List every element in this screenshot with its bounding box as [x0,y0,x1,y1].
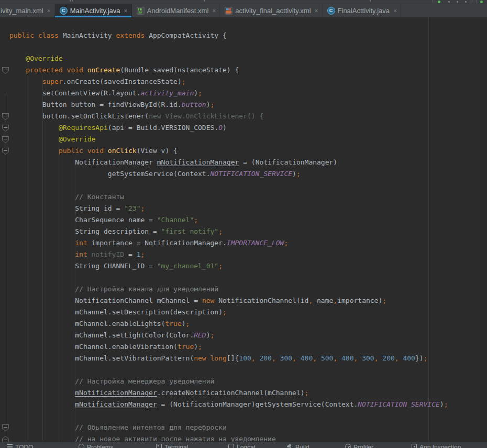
gutter [0,17,9,442]
code-line[interactable]: @RequiresApi(api = Build.VERSION_CODES.O… [0,122,487,134]
code-line[interactable]: String CHANNEL_ID = "my_channel_01"; [0,260,487,272]
code-line[interactable] [0,364,487,376]
code-line[interactable]: // Константы [0,191,487,203]
code-line[interactable]: NotificationChannel mChannel = new Notif… [0,295,487,307]
terminal-icon [156,444,162,448]
code-line[interactable]: public void onClick(View v) { [0,145,487,157]
code-line[interactable] [0,41,487,53]
close-tab-icon[interactable] [47,8,51,14]
code-line[interactable]: @Override [0,53,487,64]
tool-window-button-terminal[interactable]: Terminal [156,444,188,448]
code-token: (api = Build.VERSION_CODES. [108,124,218,132]
close-tab-icon[interactable] [124,8,127,14]
editor-tab-ivity_main.xml[interactable]: ivity_main.xml [0,4,55,17]
close-tab-icon[interactable] [393,8,397,14]
code-line[interactable]: super.onCreate(savedInstanceState); [0,76,487,88]
code-token: (Bundle savedInstanceState) { [120,66,239,74]
code-token [276,354,280,362]
code-token: public void [59,147,108,155]
close-tab-icon[interactable] [212,8,216,14]
tool-window-button-profiler[interactable]: Profiler [345,444,373,448]
code-line[interactable]: String description = "first notify"; [0,226,487,237]
code-line[interactable]: NotificationManager mNotificationManager… [0,157,487,168]
editor-tab-FinalActtivity.java[interactable]: FinalActtivity.java [323,4,401,17]
code-line[interactable]: mChannel.setVibrationPattern(new long[]{… [0,353,487,364]
code-line[interactable]: mChannel.enableVibration(true); [0,341,487,353]
fold-marker[interactable] [2,113,9,120]
fold-marker[interactable] [2,136,9,143]
code-token: .onCreate(savedInstanceState) [63,78,182,85]
code-token: ; [424,354,428,362]
fold-marker[interactable] [2,436,9,442]
code-line[interactable]: // на новое активити после нажатия на ув… [0,433,487,442]
tool-window-label: Profiler [353,444,373,448]
code-line[interactable]: // Обьявление интентов для переброски [0,422,487,433]
code-line[interactable]: mChannel.enableLights(true); [0,318,487,330]
code-line[interactable]: mNotificationManager.createNotificationC… [0,387,487,399]
code-token: @RequiresApi [59,124,108,132]
code-token: mChannel.enableVibration( [75,343,178,351]
tool-window-button-todo[interactable]: TODO [7,444,33,448]
code-area[interactable]: public class MainActivity extends AppCom… [0,17,487,442]
code-token: ; [218,262,223,270]
code-line[interactable]: mChannel.setLightColor(Color.RED); [0,330,487,341]
code-token: ; [211,101,215,108]
code-line[interactable]: mNotificationManager = (NotificationMana… [0,399,487,410]
close-tab-icon[interactable] [315,8,318,14]
code-line[interactable]: button.setOnClickListener(new View.OnCli… [0,111,487,122]
tool-window-button-app-inspection[interactable]: App Inspection [412,444,461,448]
code-token: ; [223,308,227,316]
code-line[interactable] [0,410,487,422]
code-line[interactable]: String id = "23"; [0,203,487,214]
tool-window-button-build[interactable]: Build [286,444,309,448]
code-token [296,354,301,362]
code-token: onCreate [87,66,120,74]
class-file-icon [327,7,335,15]
code-line[interactable]: // Настройка менеджера уведомлений [0,376,487,387]
code-token: "23" [124,204,140,212]
code-token: super [42,78,63,85]
toolbar-icon [370,0,371,2]
code-token: ; [198,89,202,97]
code-token: .createNotificationChannel(mChannel) [157,389,305,397]
editor[interactable]: public class MainActivity extends AppCom… [0,17,487,442]
code-line[interactable]: int notifyID = 1; [0,249,487,260]
code-line[interactable]: protected void onCreate(Bundle savedInst… [0,64,487,76]
code-line[interactable]: int importance = NotificationManager.IMP… [0,237,487,249]
fold-marker[interactable] [2,67,9,74]
code-token: = (NotificationManager)getSystemService(… [157,400,358,408]
editor-tab-MainActivity.java[interactable]: MainActivity.java [55,4,132,17]
code-token: ; [140,204,145,212]
code-token: O [218,124,223,132]
code-line[interactable]: getSystemService(Context.NOTIFICATION_SE… [0,168,487,180]
code-token: , [395,354,399,362]
toolbar-icon [72,0,73,2]
tool-window-button-logcat[interactable]: Logcat [228,444,256,448]
code-token: mChannel.setDescription(description) [75,308,223,316]
build-icon [286,444,293,448]
code-line[interactable]: CharSequence name = "Channel"; [0,214,487,226]
code-line[interactable]: @Override [0,134,487,145]
fold-marker[interactable] [2,148,9,155]
toolbar-icon [204,0,205,2]
todo-icon [7,444,13,448]
code-line[interactable]: public class MainActivity extends AppCom… [0,30,487,41]
toolbar-icon [70,0,71,2]
code-line[interactable]: setContentView(R.layout.activity_main); [0,88,487,99]
run-button-dot [480,1,483,3]
code-token: importance = NotificationManager. [87,239,227,247]
code-line[interactable]: Button button = findViewById(R.id.button… [0,99,487,111]
editor-tab-AndroidManifest.xml[interactable]: AndroidManifest.xml [132,4,220,17]
tool-window-button-problems[interactable]: Problems [79,444,114,448]
code-token: 400 [301,354,313,362]
fold-marker[interactable] [2,424,9,431]
code-line[interactable] [0,272,487,283]
code-token: // на новое активити после нажатия на ув… [75,435,276,442]
code-line[interactable]: // Настройка канала для уведомлений [0,283,487,295]
code-token: AppCompatActivity { [149,31,227,39]
editor-tab-activity_final_acttivity.xml[interactable]: activity_final_acttivity.xml [220,4,322,17]
code-token: new [202,297,214,304]
code-line[interactable]: mChannel.setDescription(description); [0,307,487,318]
code-line[interactable] [0,180,487,191]
fold-marker[interactable] [2,125,9,132]
